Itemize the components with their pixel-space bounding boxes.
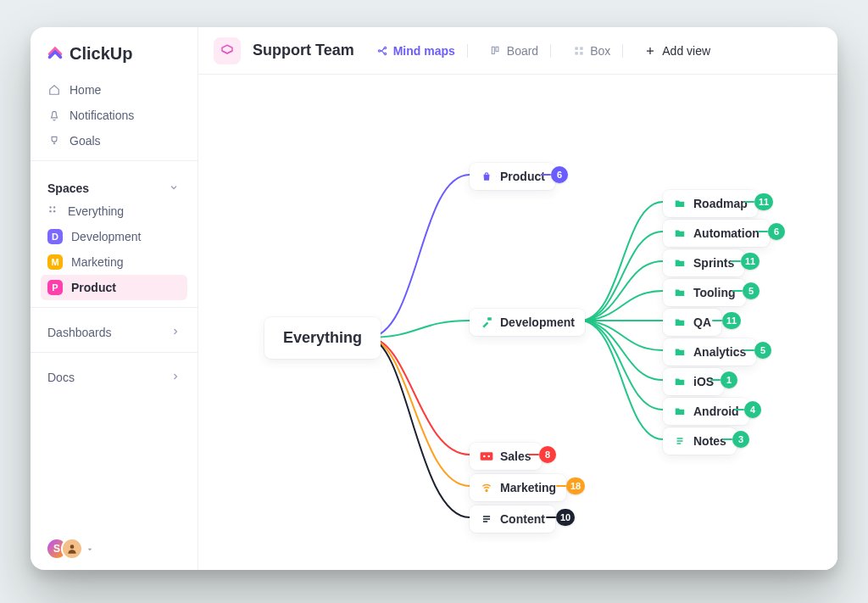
node-dev-child[interactable]: Automation xyxy=(663,220,770,247)
node-dev-child[interactable]: Tooling xyxy=(663,279,746,306)
space-development[interactable]: D Development xyxy=(41,224,187,249)
connector xyxy=(529,454,539,455)
chevron-down-icon xyxy=(86,542,93,556)
node-label: Analytics xyxy=(693,345,746,359)
section-dashboards[interactable]: Dashboards xyxy=(41,320,187,345)
spaces-header[interactable]: Spaces xyxy=(41,176,187,198)
node-label: Sprints xyxy=(693,256,734,270)
node-content[interactable]: Content xyxy=(470,505,555,533)
node-label: Automation xyxy=(693,226,760,240)
node-dev-child[interactable]: Sprints xyxy=(663,249,744,276)
svg-rect-11 xyxy=(580,47,583,50)
nav-home[interactable]: Home xyxy=(41,77,187,103)
node-dev-child[interactable]: Roadmap xyxy=(663,190,758,217)
count-pill: 6 xyxy=(551,166,568,183)
folder-icon xyxy=(673,197,687,210)
count-pill: 5 xyxy=(754,342,771,359)
count-pill: 11 xyxy=(741,253,760,270)
count-pill: 4 xyxy=(744,401,761,418)
list-icon xyxy=(673,434,687,448)
connector xyxy=(758,231,768,232)
svg-point-17 xyxy=(487,455,490,458)
chevron-right-icon xyxy=(170,326,181,339)
folder-icon xyxy=(673,226,687,240)
node-marketing[interactable]: Marketing xyxy=(470,474,566,501)
connector xyxy=(710,379,721,381)
connector xyxy=(732,290,743,292)
count-pill: 1 xyxy=(721,371,737,388)
list-icon xyxy=(480,512,493,526)
count-pill: 10 xyxy=(556,509,575,526)
sidebar: ClickUp Home Notifications Goals Spaces xyxy=(31,27,198,570)
svg-point-2 xyxy=(49,210,51,212)
divider xyxy=(31,307,198,308)
connector xyxy=(744,349,754,351)
space-product[interactable]: P Product xyxy=(41,275,187,300)
node-dev-child[interactable]: Android xyxy=(663,398,749,425)
space-label: Marketing xyxy=(71,255,123,269)
chevron-down-icon xyxy=(169,181,181,195)
section-label: Docs xyxy=(47,371,162,384)
svg-rect-15 xyxy=(481,452,493,460)
node-dev-child[interactable]: Notes xyxy=(663,427,737,455)
space-everything[interactable]: Everything xyxy=(41,198,187,224)
space-marketing[interactable]: M Marketing xyxy=(41,249,187,275)
connector xyxy=(722,438,732,440)
node-dev-child[interactable]: QA xyxy=(663,309,721,336)
node-product[interactable]: Product xyxy=(470,163,555,190)
count-pill: 18 xyxy=(566,477,585,494)
account-switcher[interactable]: S xyxy=(41,538,187,560)
count-pill: 8 xyxy=(539,446,556,463)
divider xyxy=(31,160,198,161)
connector xyxy=(734,409,744,410)
tab-mind-maps[interactable]: Mind maps xyxy=(371,41,473,61)
svg-point-0 xyxy=(49,206,51,208)
space-badge: P xyxy=(47,280,63,295)
space-label: Everything xyxy=(68,204,124,218)
node-label: iOS xyxy=(693,375,714,388)
team-title: Support Team xyxy=(253,42,354,59)
folder-icon xyxy=(673,405,687,418)
count-pill: 11 xyxy=(754,193,773,210)
space-badge: D xyxy=(47,229,63,244)
plus-icon xyxy=(645,46,657,56)
add-view-button[interactable]: Add view xyxy=(640,41,715,61)
connector xyxy=(556,485,566,487)
node-dev-child[interactable]: Analytics xyxy=(663,338,756,366)
add-view-label: Add view xyxy=(662,44,710,58)
mindmap-canvas[interactable]: Everything Product 6 Development xyxy=(198,75,837,570)
svg-point-16 xyxy=(483,455,486,458)
node-label: Roadmap xyxy=(693,197,748,210)
connector xyxy=(541,174,551,176)
nav-goals[interactable]: Goals xyxy=(41,128,187,154)
ticket-icon xyxy=(480,449,493,463)
svg-point-3 xyxy=(53,210,55,212)
connector xyxy=(712,320,722,321)
team-badge[interactable] xyxy=(214,37,241,64)
connector xyxy=(546,516,556,518)
nav-notifications[interactable]: Notifications xyxy=(41,103,187,128)
node-development[interactable]: Development xyxy=(470,309,585,336)
wifi-icon xyxy=(480,481,493,494)
mindmap-icon xyxy=(376,45,388,57)
tab-label: Mind maps xyxy=(393,44,455,58)
node-sales[interactable]: Sales xyxy=(470,443,542,470)
spaces-header-label: Spaces xyxy=(47,181,89,195)
space-label: Product xyxy=(71,281,116,294)
tab-box[interactable]: Box xyxy=(568,41,628,61)
svg-rect-14 xyxy=(487,317,492,321)
connector xyxy=(744,201,754,203)
folder-icon xyxy=(673,345,687,359)
node-label: Notes xyxy=(693,434,726,448)
node-dev-child[interactable]: iOS xyxy=(663,368,724,395)
node-label: Android xyxy=(693,405,739,418)
section-label: Dashboards xyxy=(47,326,162,339)
tab-label: Box xyxy=(590,44,610,58)
node-root[interactable]: Everything xyxy=(264,317,381,359)
board-icon xyxy=(490,45,502,57)
section-docs[interactable]: Docs xyxy=(41,365,187,390)
tab-board[interactable]: Board xyxy=(485,41,556,61)
folder-icon xyxy=(673,286,687,299)
brand[interactable]: ClickUp xyxy=(41,42,187,65)
box-icon xyxy=(573,45,585,57)
